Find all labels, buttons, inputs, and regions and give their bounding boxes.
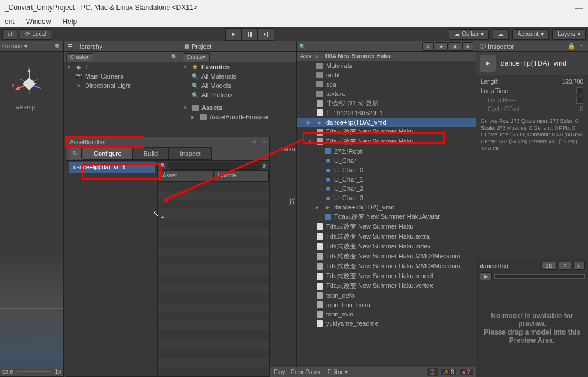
search-icon[interactable]: 🔍	[171, 54, 178, 60]
col-bundle[interactable]: Bundle	[214, 171, 270, 181]
assetbundles-titlebar[interactable]: AssetBundles ⇱ | ×	[66, 137, 269, 147]
clear-search-icon[interactable]: ⊗	[262, 163, 267, 169]
fav-all-prefabs[interactable]: All Prefabs	[180, 90, 296, 99]
bundle-asset-grid[interactable]	[158, 182, 269, 376]
asset-item[interactable]: spa	[297, 80, 476, 89]
create-dropdown[interactable]: Create ▾	[183, 53, 210, 61]
breadcrumb-item[interactable]: Assets	[300, 53, 318, 59]
cloud-button[interactable]: ☁	[493, 29, 509, 40]
menu-ent[interactable]: ent	[2, 17, 17, 26]
asset-item[interactable]: texture	[297, 89, 476, 98]
assets-item[interactable]: ▶ AssetBundleBrowser	[180, 112, 296, 122]
asset-list[interactable]: Materialsoutfitspatexture半壶纱 (11.5) 更新1_…	[297, 61, 476, 367]
asset-item[interactable]: Materials	[297, 61, 476, 70]
scene-item[interactable]: ▼ ◈ 1	[64, 62, 180, 72]
search-icon[interactable]: 🔍	[55, 44, 61, 49]
tab-configure[interactable]: Configure	[83, 147, 133, 160]
tab-inspect[interactable]: Inspect	[169, 147, 211, 160]
inspector-tab[interactable]: ⓘ Inspector 🔒 ⋮	[476, 41, 588, 52]
close-icon[interactable]: ×	[263, 140, 265, 145]
asset-item[interactable]: toon_hair_haku	[297, 300, 476, 310]
search-input[interactable]	[168, 162, 261, 170]
asset-item[interactable]: U_Char_0	[297, 165, 476, 175]
persp-label[interactable]: ≡Persp	[16, 104, 35, 111]
asset-item[interactable]: outfit	[297, 70, 476, 80]
asset-item[interactable]: Tda式改变 New Summer Haku.vertex	[297, 281, 476, 291]
disclosure-icon[interactable]: ▼	[307, 139, 313, 144]
ik-icon[interactable]: ⚲	[559, 262, 571, 270]
asset-item[interactable]: 272.!Root	[297, 147, 476, 156]
lock-icon[interactable]: 🔒	[568, 42, 576, 50]
hierarchy-tab[interactable]: ☰ Hierarchy	[64, 41, 180, 52]
disclosure-icon[interactable]: ▶	[307, 120, 313, 125]
undock-icon[interactable]: ⇱	[253, 140, 257, 145]
preview-play-button[interactable]: ▶	[480, 272, 492, 280]
pause-button[interactable]	[242, 28, 258, 41]
minimize-icon[interactable]: —	[575, 3, 583, 12]
save-filter-icon[interactable]: ●	[462, 42, 473, 51]
bundle-item[interactable]: dance+lip(tda)_vmd	[69, 162, 155, 173]
create-dropdown[interactable]: Create ▾	[66, 53, 93, 61]
asset-item[interactable]: Tda式改变 New Summer Haku.extra	[297, 232, 476, 241]
asset-item[interactable]: yukiyame_readme	[297, 319, 476, 328]
menu-icon[interactable]: ⋮	[578, 42, 585, 50]
warn-badge[interactable]: ⚠ 6	[441, 369, 456, 375]
pivot-button[interactable]: ot	[2, 29, 17, 40]
menu-window[interactable]: Window	[24, 17, 54, 26]
scene-gizmo[interactable]: x y	[12, 66, 47, 101]
asset-item[interactable]: Tda式改变 New Summer Haku.MMD4Mecanim	[297, 251, 476, 261]
preview-timeline[interactable]	[494, 274, 585, 279]
asset-item[interactable]: Tda式改变 New Summer Haku.index	[297, 241, 476, 251]
asset-item[interactable]: Tda式改变 New Summer HakuAvatar	[297, 212, 476, 222]
star-filter-icon[interactable]: ★	[435, 42, 448, 51]
hierarchy-item-light[interactable]: Directional Light	[64, 81, 180, 90]
collab-dropdown[interactable]: ☁ Collab ▾	[449, 29, 489, 40]
error-badge[interactable]: ● 2	[460, 369, 473, 375]
layers-dropdown[interactable]: Layers ▾	[552, 29, 586, 40]
error-pause-label[interactable]: Error Pause	[291, 369, 321, 375]
search-icon[interactable]: 🔍	[299, 44, 306, 49]
play-button[interactable]	[225, 28, 242, 41]
type-filter-icon[interactable]: ◆	[449, 42, 461, 51]
menu-help[interactable]: Help	[60, 17, 79, 26]
fav-all-materials[interactable]: All Materials	[180, 72, 296, 81]
asset-item[interactable]: U_Char_2	[297, 184, 476, 193]
asset-item[interactable]: Tda式改变 New Summer Haku	[297, 222, 476, 232]
project-tab[interactable]: ▦ Project	[180, 41, 296, 52]
account-dropdown[interactable]: Account ▾	[512, 29, 549, 40]
gizmos-dropdown[interactable]: Gizmos	[2, 43, 22, 49]
favorites-folder[interactable]: ▼ Favorites	[180, 62, 296, 72]
step-button[interactable]	[258, 28, 274, 41]
bundle-list[interactable]: dance+lip(tda)_vmd	[66, 161, 158, 376]
breadcrumb-item[interactable]: TDA New Summer Haku	[324, 53, 391, 59]
asset-item[interactable]: U_Char_3	[297, 193, 476, 202]
refresh-button[interactable]: ↻	[69, 148, 82, 159]
asset-item[interactable]: toon_skin	[297, 310, 476, 319]
hierarchy-item-camera[interactable]: Main Camera	[64, 72, 180, 81]
col-asset[interactable]: Asset	[158, 171, 214, 181]
asset-item[interactable]: U_Char	[297, 156, 476, 165]
asset-item[interactable]: U_Char_1	[297, 175, 476, 184]
local-button[interactable]: ⟳ Local	[20, 29, 51, 40]
asset-item[interactable]: toon_defo	[297, 291, 476, 300]
speed-icon[interactable]: ▸	[573, 262, 585, 270]
asset-item[interactable]: Tda式改变 New Summer Haku	[297, 127, 476, 137]
asset-item[interactable]: ▶dance+lip(TDA)_vmd	[297, 118, 476, 127]
filter-icon[interactable]: ≡	[422, 42, 433, 51]
fav-all-models[interactable]: All Models	[180, 81, 296, 90]
asset-item[interactable]: 半壶纱 (11.5) 更新	[297, 98, 476, 108]
asset-item[interactable]: ▼Tda式改变 New Summer Haku	[297, 137, 476, 147]
assets-folder[interactable]: ▼ Assets	[180, 103, 296, 112]
editor-dropdown[interactable]: Editor ▾	[328, 369, 348, 375]
asset-item[interactable]: Tda式改变 New Summer Haku.MMD4Mecanim	[297, 261, 476, 271]
asset-item[interactable]: ▶dance+lip(TDA)_vmd	[297, 202, 476, 212]
disclosure-icon[interactable]: ▶	[316, 205, 321, 210]
scene-view[interactable]: x y ≡Persp	[0, 52, 63, 367]
asset-item[interactable]: 1_191201160529_1	[297, 108, 476, 118]
tab-build[interactable]: Build	[133, 147, 169, 160]
info-badge[interactable]: ⓘ	[427, 368, 438, 376]
loop-time-checkbox[interactable]	[576, 87, 583, 94]
asset-item[interactable]: Tda式改变 New Summer Haku.model	[297, 271, 476, 281]
play-label[interactable]: Play	[274, 369, 285, 375]
2d-button[interactable]: 2D	[541, 262, 557, 270]
